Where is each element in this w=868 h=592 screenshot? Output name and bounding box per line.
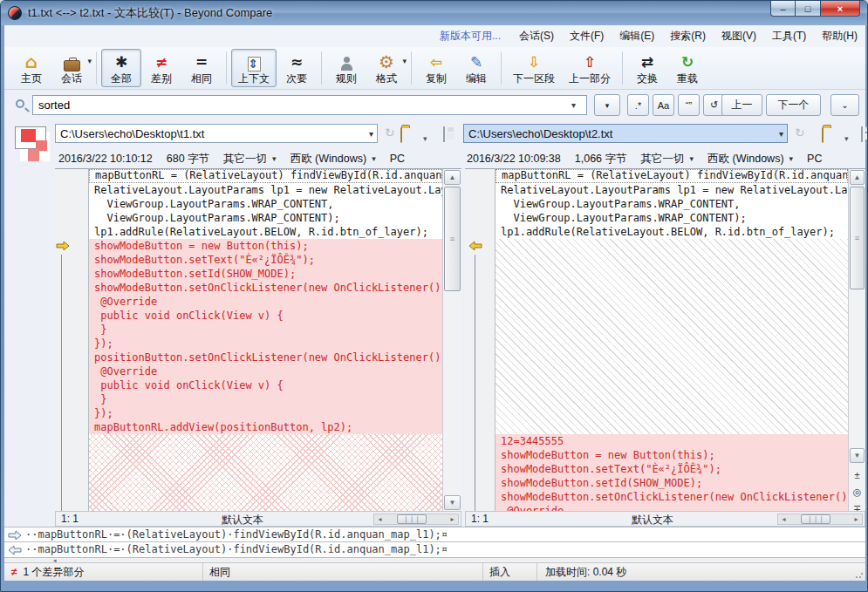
chevron-down-icon[interactable]: ▾ [402, 57, 407, 65]
toolbar-button[interactable]: ⌂ ▾ 主页 [11, 49, 51, 87]
minimize-button[interactable]: – [770, 1, 796, 17]
code-line[interactable]: } [89, 392, 442, 406]
code-line[interactable]: @Override [496, 504, 848, 511]
resize-grip[interactable] [855, 570, 864, 579]
code-line[interactable]: showModeButton.setText("È«²¿ÏÔÊ¾"); [496, 462, 848, 476]
chevron-down-icon[interactable]: ▾ [372, 154, 376, 163]
left-save-icon[interactable] [443, 126, 445, 142]
update-available-link[interactable]: 新版本可用... [440, 29, 501, 44]
code-line[interactable]: showModeButton.setId(SHOW_MODE); [89, 267, 442, 281]
menu-item[interactable]: 文件(F) [562, 29, 612, 44]
right-open-folder-icon[interactable] [822, 127, 824, 143]
menu-item[interactable]: 视图(V) [714, 29, 764, 44]
search-option-button[interactable]: Aa [653, 94, 674, 116]
code-line[interactable]: public void onClick(View v) { [89, 309, 442, 323]
scroll-up-button[interactable]: ▲ [444, 170, 461, 185]
left-vertical-scrollbar[interactable]: ▲ ≡ ▼ [442, 168, 461, 511]
restore-button[interactable]: □ [796, 1, 820, 17]
toolbar-button[interactable]: ▾ 会话 [51, 49, 92, 87]
left-folder-dropdown-icon[interactable]: ▾ [423, 134, 427, 143]
code-line[interactable]: @Override [89, 364, 442, 378]
scroll-left-button[interactable]: ◂ [778, 514, 789, 524]
toolbar-button[interactable]: ≠ ▾ 差别 [141, 49, 181, 87]
scroll-right-button[interactable]: ▸ [851, 514, 862, 524]
menu-item[interactable]: 工具(T) [764, 29, 814, 44]
code-line[interactable]: showModeButton = new Button(this); [89, 239, 442, 253]
next-diff-button[interactable]: ± [849, 467, 865, 483]
find-next-button[interactable]: 下一个 [766, 94, 821, 116]
code-line[interactable]: 12=3445555 [496, 434, 848, 448]
toolbar-button[interactable]: ▾ [226, 51, 227, 85]
menu-item[interactable]: 搜索(R) [662, 29, 714, 44]
search-option-button[interactable]: “” [678, 94, 700, 116]
close-button[interactable]: × [820, 1, 860, 17]
code-line[interactable]: ViewGroup.LayoutParams.WRAP_CONTENT, [89, 197, 442, 211]
chevron-down-icon[interactable]: ▾ [369, 129, 373, 139]
code-line[interactable]: } [89, 323, 442, 337]
toolbar-button[interactable]: ⇄ ▾ 交换 [627, 49, 667, 87]
chevron-down-icon[interactable]: ▾ [87, 57, 92, 65]
code-line[interactable]: }); [89, 337, 442, 350]
detail-arrow-right-icon[interactable] [8, 530, 22, 541]
left-refresh-icon[interactable]: ↻ [385, 126, 395, 139]
toolbar-button[interactable]: ▾ [96, 51, 97, 85]
left-file-filter[interactable]: 其它一切 [223, 152, 267, 167]
search-input[interactable] [32, 95, 587, 115]
scroll-right-button[interactable]: ▸ [447, 514, 458, 524]
code-line[interactable]: mapButtonRL = (RelativeLayout) findViewB… [89, 169, 442, 183]
right-refresh-icon[interactable]: ↻ [795, 126, 805, 139]
left-file-encoding[interactable]: 西欧 (Windows) [290, 152, 367, 167]
search-dropdown-button[interactable]: ▾ [594, 94, 620, 116]
left-format-label[interactable]: 默认文本 [222, 513, 263, 527]
right-file-encoding[interactable]: 西欧 (Windows) [707, 152, 784, 167]
chevron-down-icon[interactable]: ▾ [690, 154, 694, 163]
right-format-label[interactable]: 默认文本 [632, 513, 673, 527]
code-line[interactable]: mapButtonRL.addView(positionButton, lp2)… [89, 420, 442, 434]
right-text-pane[interactable]: mapButtonRL = (RelativeLayout) findViewB… [495, 168, 848, 511]
code-line[interactable]: showModeButton.setOnClickListener(new On… [496, 490, 848, 504]
toolbar-button[interactable]: ↻ ▾ 重载 [667, 49, 707, 87]
search-combo-arrow-icon[interactable]: ▾ [571, 100, 576, 110]
detail-arrow-left-icon[interactable] [8, 545, 22, 555]
toolbar-button[interactable]: ▾ [321, 51, 322, 85]
right-file-filter[interactable]: 其它一切 [641, 152, 685, 167]
code-line[interactable]: ViewGroup.LayoutParams.WRAP_CONTENT); [496, 211, 848, 225]
code-line[interactable]: @Override [89, 295, 442, 309]
scrollbar-thumb[interactable]: ❘❘❘ [801, 514, 830, 524]
chevron-down-icon[interactable]: ▾ [779, 129, 783, 139]
code-line[interactable]: RelativeLayout.LayoutParams lp1 = new Re… [496, 183, 848, 197]
code-line[interactable]: showModeButton.setId(SHOW_MODE); [496, 476, 848, 490]
code-line[interactable]: showModeButton.setOnClickListener(new On… [89, 281, 442, 295]
code-line[interactable]: ViewGroup.LayoutParams.WRAP_CONTENT); [89, 211, 442, 225]
left-text-pane[interactable]: mapButtonRL = (RelativeLayout) findViewB… [88, 168, 442, 511]
scroll-up-button[interactable]: ▲ [850, 170, 865, 185]
code-line[interactable]: mapButtonRL = (RelativeLayout) findViewB… [496, 169, 848, 183]
toolbar-button[interactable]: ⚙ ▾ 格式 [366, 49, 407, 87]
toolbar-button[interactable]: ⇕ ▾ 上下文 [231, 49, 277, 87]
scrollbar-thumb[interactable]: ❘❘❘ [397, 514, 427, 524]
toolbar-button[interactable]: ▾ 规则 [326, 49, 366, 87]
scroll-left-button[interactable]: ◂ [374, 514, 386, 524]
code-line[interactable]: showModeButton.setText("È«²¿ÏÔÊ¾"); [89, 253, 442, 267]
code-line[interactable]: }); [89, 406, 442, 420]
diff-section-arrow-left-icon[interactable] [468, 241, 482, 251]
right-horizontal-scrollbar[interactable]: ◂ ❘❘❘ ▸ [777, 514, 863, 525]
right-folder-dropdown-icon[interactable]: ▾ [844, 134, 849, 143]
chevron-down-icon[interactable]: ▾ [789, 154, 794, 163]
toolbar-button[interactable]: ▾ [411, 51, 412, 85]
left-path-combo[interactable]: C:\Users\echo\Desktop\t1.txt ▾ [55, 124, 378, 143]
left-open-folder-icon[interactable] [400, 127, 402, 143]
code-line[interactable]: ViewGroup.LayoutParams.WRAP_CONTENT, [496, 197, 848, 211]
code-line[interactable]: positionButton.setOnClickListener(new On… [89, 350, 442, 364]
find-previous-button[interactable]: 上一 [721, 94, 762, 116]
code-line[interactable]: lp1.addRule(RelativeLayout.BELOW, R.id.b… [496, 225, 848, 239]
code-line[interactable]: lp1.addRule(RelativeLayout.BELOW, R.id.b… [89, 225, 442, 239]
right-save-icon[interactable] [861, 126, 863, 142]
search-option-button[interactable]: .* [627, 94, 649, 116]
toolbar-button[interactable]: ✎ ▾ 编辑 [456, 49, 496, 87]
toolbar-button[interactable]: ⇧ ▾ 上一部分 [562, 49, 618, 87]
toolbar-button[interactable]: = ▾ 相同 [181, 49, 222, 87]
menu-item[interactable]: 会话(S) [511, 29, 562, 44]
toolbar-button[interactable]: ✱ ▾ 全部 [101, 49, 141, 87]
diff-section-arrow-right-icon[interactable] [56, 241, 70, 251]
